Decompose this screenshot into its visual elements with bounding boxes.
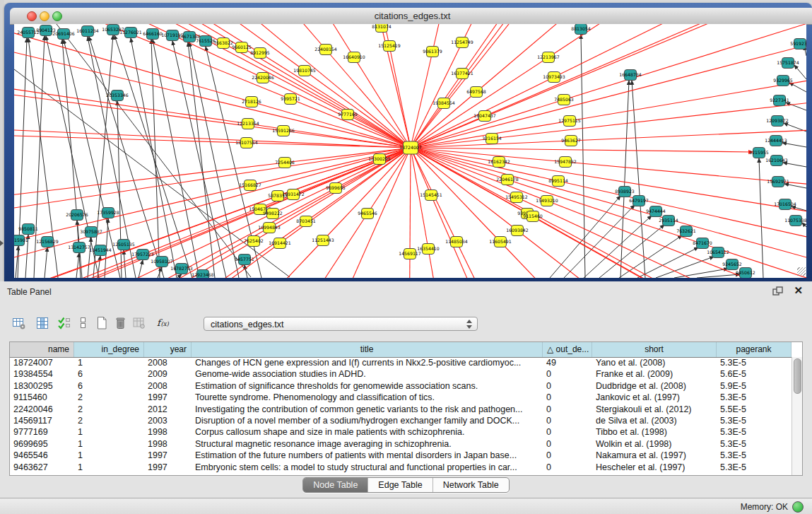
table-cell[interactable]: Jankovic et al. (1997) bbox=[592, 392, 717, 403]
table-cell[interactable]: de Silva et al. (2003) bbox=[592, 415, 717, 426]
table-cell[interactable]: 2 bbox=[74, 392, 144, 403]
table-cell[interactable]: 2012 bbox=[144, 404, 192, 415]
table-cell[interactable]: 1 bbox=[74, 450, 144, 461]
table-cell[interactable]: 0 bbox=[543, 438, 592, 450]
table-cell[interactable]: 0 bbox=[543, 462, 592, 473]
table-row[interactable]: 1938455462009Genome-wide association stu… bbox=[10, 368, 792, 380]
table-cell[interactable]: 1998 bbox=[144, 426, 192, 438]
table-cell[interactable]: Investigating the contribution of common… bbox=[192, 404, 543, 415]
close-icon[interactable]: ✕ bbox=[794, 284, 803, 297]
table-row[interactable]: 946362711997Embryonic stem cells: a mode… bbox=[10, 462, 792, 473]
tab-network-table[interactable]: Network Table bbox=[433, 478, 509, 492]
table-cell[interactable]: 49 bbox=[543, 357, 592, 368]
table-cell[interactable]: Changes of HCN gene expression and I(f) … bbox=[192, 357, 543, 368]
new-document-icon[interactable] bbox=[93, 314, 111, 332]
table-cell[interactable]: 5.3E-5 bbox=[717, 438, 792, 450]
table-cell[interactable]: 18300295 bbox=[10, 380, 74, 392]
table-cell[interactable]: Nakamura et al. (1997) bbox=[592, 450, 717, 461]
table-cell[interactable]: 0 bbox=[543, 450, 592, 461]
table-cell[interactable]: 18724007 bbox=[10, 357, 74, 368]
table-cell[interactable]: Embryonic stem cells: a model to study s… bbox=[192, 462, 543, 473]
table-row[interactable]: 911546021997Tourette syndrome. Phenomeno… bbox=[10, 392, 792, 403]
column-header-in_degree[interactable]: in_degree bbox=[74, 342, 144, 357]
table-cell[interactable]: 5.3E-5 bbox=[717, 392, 792, 403]
table-settings-icon[interactable] bbox=[10, 314, 28, 332]
table-cell[interactable]: Tibbo et al. (1998) bbox=[592, 426, 717, 438]
table-cell[interactable]: Stergiakouli et al. (2012) bbox=[592, 404, 717, 415]
column-header-year[interactable]: year bbox=[144, 342, 192, 357]
table-cell[interactable]: Structural magnetic resonance image aver… bbox=[192, 438, 543, 450]
table-cell[interactable]: 0 bbox=[543, 415, 592, 426]
table-cell[interactable]: 6 bbox=[74, 368, 144, 380]
table-cell[interactable]: Genome-wide association studies in ADHD. bbox=[192, 368, 543, 380]
table-cell[interactable]: 2008 bbox=[144, 380, 192, 392]
table-cell[interactable]: 2 bbox=[74, 415, 144, 426]
table-row[interactable]: 977716911998Corpus callosum shape and si… bbox=[10, 426, 792, 438]
table-cell[interactable]: 1 bbox=[74, 426, 144, 438]
table-cell[interactable]: 19384554 bbox=[10, 368, 74, 380]
table-cell[interactable]: 6 bbox=[74, 380, 144, 392]
window-resize-grip[interactable] bbox=[797, 267, 806, 276]
table-cell[interactable]: 0 bbox=[543, 426, 592, 438]
table-cell[interactable]: Hescheler et al. (1997) bbox=[592, 462, 717, 473]
column-header-pagerank[interactable]: pagerank bbox=[717, 342, 792, 357]
table-cell[interactable]: Tourette syndrome. Phenomenology and cla… bbox=[192, 392, 543, 403]
column-header-out_de[interactable]: △ out_de... bbox=[543, 342, 592, 357]
table-cell[interactable]: 1997 bbox=[144, 462, 192, 473]
table-cell[interactable]: 5.3E-5 bbox=[717, 426, 792, 438]
table-row[interactable]: 1456911722003Disruption of a novel membe… bbox=[10, 415, 792, 426]
tab-edge-table[interactable]: Edge Table bbox=[368, 478, 433, 492]
delete-table-icon[interactable] bbox=[112, 314, 130, 332]
table-cell[interactable]: Estimation of significance thresholds fo… bbox=[192, 380, 543, 392]
table-cell[interactable]: 5.3E-5 bbox=[717, 450, 792, 461]
table-cell[interactable]: 1 bbox=[74, 438, 144, 450]
column-header-short[interactable]: short bbox=[592, 342, 717, 357]
table-cell[interactable]: 0 bbox=[543, 368, 592, 380]
table-row[interactable]: 946554611997Estimation of the future num… bbox=[10, 450, 792, 461]
table-cell[interactable]: 0 bbox=[543, 404, 592, 415]
tab-node-table[interactable]: Node Table bbox=[303, 478, 368, 492]
table-cell[interactable]: 9115460 bbox=[10, 392, 74, 403]
table-cell[interactable]: 2009 bbox=[144, 368, 192, 380]
table-cell[interactable]: 9465546 bbox=[10, 450, 74, 461]
vertical-scrollbar[interactable] bbox=[792, 357, 802, 475]
table-cell[interactable]: Disruption of a novel member of a sodium… bbox=[192, 415, 543, 426]
table-cell[interactable]: 0 bbox=[543, 392, 592, 403]
table-cell[interactable]: 2008 bbox=[144, 357, 192, 368]
table-row[interactable]: 1830029562008Estimation of significance … bbox=[10, 380, 792, 392]
table-header-row[interactable]: namein_degreeyeartitle△ out_de...shortpa… bbox=[10, 342, 802, 358]
table-cell[interactable]: 1998 bbox=[144, 438, 192, 450]
table-cell[interactable]: 9699695 bbox=[10, 438, 74, 450]
table-cell[interactable]: 5.3E-5 bbox=[717, 415, 792, 426]
citation-network-canvas[interactable]: 2405571289041232069140616011234106532871… bbox=[14, 24, 806, 278]
table-cell[interactable]: 5.9E-5 bbox=[717, 380, 792, 392]
table-cell[interactable]: 1 bbox=[74, 357, 144, 368]
table-cell[interactable]: 5.6E-5 bbox=[717, 368, 792, 380]
table-cell[interactable]: 9777169 bbox=[10, 426, 74, 438]
node-table[interactable]: namein_degreeyeartitle△ out_de...shortpa… bbox=[9, 341, 803, 476]
column-header-title[interactable]: title bbox=[192, 342, 543, 357]
column-header-name[interactable]: name bbox=[10, 342, 74, 357]
table-row[interactable]: 969969511998Structural magnetic resonanc… bbox=[10, 438, 792, 450]
table-cell[interactable]: Corpus callosum shape and size in male p… bbox=[192, 426, 543, 438]
table-cell[interactable]: 5.5E-5 bbox=[717, 404, 792, 415]
network-window-titlebar[interactable]: citations_edges.txt bbox=[10, 8, 812, 25]
table-cell[interactable]: Franke et al. (2009) bbox=[592, 368, 717, 380]
select-columns-icon[interactable] bbox=[55, 314, 73, 332]
table-cell[interactable]: Dudbridge et al. (2008) bbox=[592, 380, 717, 392]
table-row[interactable]: 1872400712008Changes of HCN gene express… bbox=[10, 357, 792, 368]
table-cell[interactable]: 5.3E-5 bbox=[717, 357, 792, 368]
table-cell[interactable]: 1 bbox=[74, 462, 144, 473]
memory-ok-indicator-icon[interactable] bbox=[792, 501, 804, 513]
table-body[interactable]: 1872400712008Changes of HCN gene express… bbox=[10, 357, 792, 475]
table-cell[interactable]: 2003 bbox=[144, 415, 192, 426]
table-cell[interactable]: 1997 bbox=[144, 392, 192, 403]
table-column-icon[interactable] bbox=[33, 314, 52, 332]
table-cell[interactable]: 5.3E-5 bbox=[717, 462, 792, 473]
table-cell[interactable]: 14569117 bbox=[10, 415, 74, 426]
table-cell[interactable]: Yano et al. (2008) bbox=[592, 357, 717, 368]
scrollbar-thumb[interactable] bbox=[794, 358, 801, 394]
table-cell[interactable]: 22420046 bbox=[10, 404, 74, 415]
table-cell[interactable]: 0 bbox=[543, 380, 592, 392]
function-icon[interactable]: f(x) bbox=[154, 314, 172, 332]
